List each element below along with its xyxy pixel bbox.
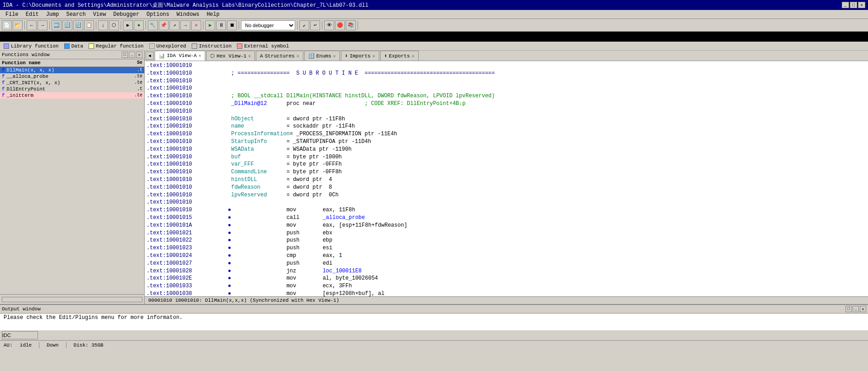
toolbar-dbg2[interactable]: 📌: [159, 20, 169, 30]
tab-enums-label: Enums: [316, 53, 331, 59]
panel-float-btn[interactable]: □: [122, 52, 128, 58]
asm-line-10001024: .text:10001024 ● cmp eax, 1: [146, 252, 866, 260]
toolbar-stepover-btn[interactable]: ↩: [310, 20, 320, 30]
func-row-dllmain[interactable]: f DllMain(x, x, x) .t: [0, 67, 144, 73]
tab-imports[interactable]: ⬇ Imports ✕: [341, 51, 379, 61]
toolbar-red-x[interactable]: ✕: [191, 20, 201, 30]
code-line-blank4: .text:10001010: [146, 199, 866, 206]
func-seg-alloca: .te: [124, 74, 142, 79]
toolbar-back-btn[interactable]: ←: [27, 20, 37, 30]
tab-hex-view[interactable]: ⬡ Hex View-1 ✕: [206, 51, 255, 61]
menu-search[interactable]: Search: [62, 10, 89, 19]
tab-hex-icon: ⬡: [210, 53, 215, 59]
functions-scrollbar[interactable]: [0, 294, 144, 304]
menu-windows[interactable]: Windows: [173, 10, 203, 19]
output-min-btn[interactable]: _: [853, 306, 859, 312]
asm-line-10001033: .text:10001033 ● mov ecx, 3FFh: [146, 282, 866, 290]
toolbar-bp-btn[interactable]: 🔴: [335, 20, 345, 30]
tab-ida-view-close[interactable]: ✕: [198, 53, 201, 58]
status-sep2: [66, 342, 66, 348]
code-var-hobject: .text:10001010 hObject = dword ptr -11F8…: [146, 115, 866, 123]
menu-help[interactable]: Help: [203, 10, 223, 19]
output-panel-controls: □ _ ✕: [845, 306, 866, 312]
tab-ida-view[interactable]: 📊 IDA View-A ✕: [155, 51, 205, 61]
legend-data-label: Data: [71, 43, 83, 49]
tab-enums-icon: 🔢: [308, 53, 315, 59]
toolbar-dbg1[interactable]: 🔧: [148, 20, 158, 30]
toolbar-dbg3[interactable]: ↗: [170, 20, 179, 30]
toolbar-down-btn[interactable]: ↓: [98, 20, 108, 30]
toolbar-stack-btn[interactable]: 📚: [346, 20, 356, 30]
output-close-btn[interactable]: ✕: [860, 306, 866, 312]
minimize-button[interactable]: _: [842, 2, 849, 8]
tab-exports-close[interactable]: ✕: [412, 53, 415, 59]
toolbar-dbg4[interactable]: →: [180, 20, 190, 30]
code-var-varfff: .text:10001010 var_FFF = byte ptr -0FFFh: [146, 161, 866, 168]
code-content[interactable]: .text:10001010 .text:10001010 ; ========…: [145, 61, 868, 296]
toolbar-sep7: [239, 21, 239, 30]
toolbar-new-btn[interactable]: 📄: [2, 20, 12, 30]
close-button[interactable]: ✕: [858, 2, 865, 8]
legend-external-label: External symbol: [244, 43, 289, 49]
func-row-alloca[interactable]: f __alloca_probe .te: [0, 73, 144, 80]
output-float-btn[interactable]: □: [845, 306, 852, 312]
code-status-line: 00001010 10001010: DllMain(x,x,x) (Synch…: [145, 296, 868, 304]
toolbar-step-btn[interactable]: ↙: [299, 20, 309, 30]
tab-enums[interactable]: 🔢 Enums ✕: [304, 51, 340, 61]
menu-debugger[interactable]: Debugger: [109, 10, 143, 19]
nav-bar: [0, 32, 868, 42]
functions-panel: Functions window □ _ ✕ Function name Se …: [0, 51, 145, 304]
panel-close-btn[interactable]: ✕: [136, 52, 142, 58]
menu-jump[interactable]: Jump: [42, 10, 63, 19]
toolbar-fwd-btn[interactable]: →: [38, 20, 47, 30]
menu-edit[interactable]: Edit: [22, 10, 42, 19]
toolbar-btn4[interactable]: 🔠: [62, 20, 72, 30]
toolbar-open-btn[interactable]: 📂: [13, 20, 23, 30]
func-col-name-header: Function name: [2, 60, 124, 66]
func-row-crtinit[interactable]: f _CRT_INIT(x, x, x) .te: [0, 80, 144, 86]
title-bar: IDA - C:\Documents and Settings\Administ…: [0, 0, 868, 10]
code-area: ◀ 📊 IDA View-A ✕ ⬡ Hex View-1 ✕ A Struct…: [145, 51, 868, 304]
toolbar-btn3[interactable]: 🔤: [52, 20, 61, 30]
menu-file[interactable]: File: [2, 10, 22, 19]
tab-nav-left[interactable]: ◀: [146, 52, 154, 60]
tab-enums-close[interactable]: ✕: [333, 53, 336, 59]
toolbar-stop-btn[interactable]: ⏹: [227, 20, 237, 30]
tab-imports-close[interactable]: ✕: [373, 53, 375, 59]
idc-input[interactable]: [2, 331, 38, 339]
maximize-button[interactable]: □: [850, 2, 857, 8]
code-line-blank3: .text:10001010: [146, 108, 866, 115]
toolbar-watch-btn[interactable]: 👁: [324, 20, 334, 30]
code-var-hinstdll: .text:10001010 hinstDLL = dword ptr 4: [146, 176, 866, 184]
legend-library-color: [4, 43, 9, 49]
func-name-dllmain: DllMain(x, x, x): [7, 67, 124, 73]
tab-structures-close[interactable]: ✕: [297, 53, 299, 59]
tab-structures[interactable]: A Structures ✕: [256, 51, 303, 61]
toolbar-sep1: [24, 21, 25, 30]
asm-line-10001027: .text:10001027 ● push edi: [146, 260, 866, 267]
func-icon-initterm: f: [2, 93, 5, 98]
tab-hex-label: Hex View-1: [217, 53, 246, 59]
toolbar-play-btn[interactable]: ▶: [205, 20, 215, 30]
debugger-dropdown[interactable]: No debugger: [241, 20, 295, 30]
legend-library-label: Library function: [11, 43, 59, 49]
code-var-buf: .text:10001010 buf = byte ptr -1000h: [146, 153, 866, 161]
panel-min-btn[interactable]: _: [129, 52, 135, 58]
toolbar-pause-btn[interactable]: ⏸: [216, 20, 226, 30]
toolbar-reanalyze-btn[interactable]: ▶: [123, 20, 133, 30]
status-au: AU:: [4, 342, 13, 348]
tab-exports[interactable]: ⬆ Exports ✕: [380, 51, 419, 61]
func-row-initterm[interactable]: f _initterm .te: [0, 92, 144, 99]
toolbar-hex-btn[interactable]: ⬡: [109, 20, 119, 30]
code-line-blank2: .text:10001010: [146, 85, 866, 92]
toolbar-sep10: [358, 21, 358, 30]
menu-options[interactable]: Options: [143, 10, 173, 19]
menu-view[interactable]: View: [90, 10, 110, 19]
tab-hex-close[interactable]: ✕: [248, 53, 251, 59]
functions-panel-title: Functions window: [2, 52, 50, 57]
legend-regular: Regular function: [89, 43, 144, 49]
toolbar-green-btn[interactable]: ●: [134, 20, 144, 30]
func-row-dllentry[interactable]: f DllEntryPoint .t: [0, 86, 144, 92]
toolbar-btn5[interactable]: 🔡: [73, 20, 83, 30]
toolbar-btn6[interactable]: 📋: [84, 20, 94, 30]
